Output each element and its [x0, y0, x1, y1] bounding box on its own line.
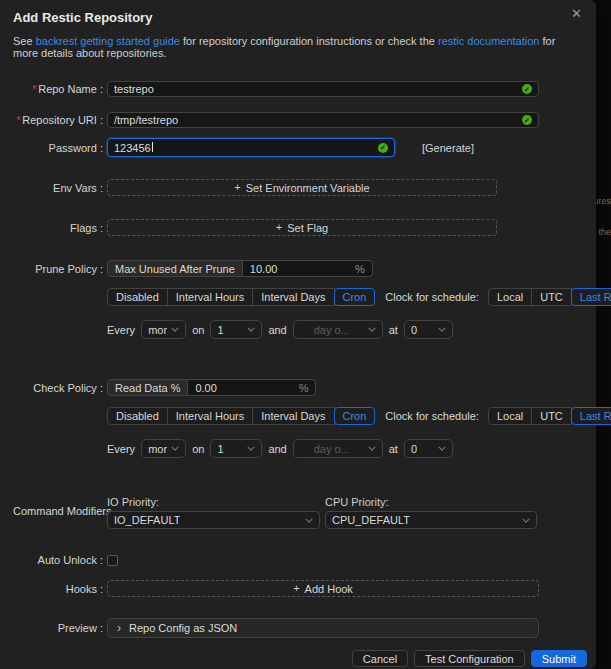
check-schedule-mode-row: Disabled Interval Hours Interval Days Cr… [13, 407, 596, 425]
prune-clock-label: Clock for schedule: [385, 291, 479, 303]
check-day-of-month-select[interactable]: 1 [210, 439, 262, 458]
prune-clock-group: Local UTC Last Run Time [488, 288, 611, 306]
check-mode-cron[interactable]: Cron [334, 407, 376, 425]
percent-suffix: % [355, 263, 365, 275]
chevron-down-icon [305, 518, 313, 523]
flags-label: Flags : [13, 222, 103, 234]
max-unused-input[interactable]: 10.00 % [243, 260, 373, 277]
chevron-down-icon [171, 446, 179, 451]
plus-icon: + [293, 583, 299, 594]
check-schedule-mode-group: Disabled Interval Hours Interval Days Cr… [107, 407, 375, 425]
repo-form: *Repo Name : testrepo ✓ *Repository URI … [0, 81, 596, 638]
percent-suffix: % [299, 382, 309, 394]
collapse-title: Repo Config as JSON [129, 622, 237, 634]
prune-schedule-mode-group: Disabled Interval Hours Interval Days Cr… [107, 288, 375, 306]
background-text-fragment: ures [593, 196, 611, 206]
at-label: at [389, 324, 398, 336]
background-text-fragment: the [598, 227, 611, 237]
check-day-of-week-select[interactable]: day o... [293, 439, 383, 458]
check-clock-last-run-time[interactable]: Last Run Time [571, 407, 611, 425]
preview-label: Preview : [13, 622, 103, 634]
password-row: Password : 123456 ✓ [Generate] [13, 138, 596, 157]
text-caret [152, 142, 153, 152]
repo-name-row: *Repo Name : testrepo ✓ [13, 81, 596, 97]
prune-day-of-week-select[interactable]: day o... [293, 320, 383, 339]
check-circle-icon: ✓ [378, 143, 388, 153]
prune-hour-select[interactable]: 0 [404, 320, 453, 339]
check-mode-disabled[interactable]: Disabled [107, 407, 168, 425]
backrest-guide-link[interactable]: backrest getting started guide [36, 35, 180, 47]
check-hour-select[interactable]: 0 [404, 439, 453, 458]
env-vars-label: Env Vars : [13, 182, 103, 194]
hooks-row: Hooks : + Add Hook [13, 580, 596, 597]
test-configuration-button[interactable]: Test Configuration [414, 650, 525, 667]
read-data-input[interactable]: 0.00 % [188, 379, 316, 396]
max-unused-after-prune-field: Max Unused After Prune 10.00 % [107, 260, 373, 277]
prune-mode-cron[interactable]: Cron [334, 288, 376, 306]
chevron-down-icon [438, 446, 446, 451]
repository-uri-row: *Repository URI : /tmp/testrepo ✓ [13, 112, 596, 128]
io-priority-select[interactable]: IO_DEFAULT [107, 511, 320, 529]
chevron-down-icon [368, 446, 376, 451]
add-hook-button[interactable]: + Add Hook [107, 580, 539, 597]
chevron-right-icon: › [117, 622, 121, 634]
check-period-select[interactable]: month [141, 439, 186, 458]
chevron-down-icon [368, 327, 376, 332]
chevron-down-icon [438, 327, 446, 332]
chevron-down-icon [522, 518, 530, 523]
modal-title: Add Restic Repository [0, 10, 596, 25]
check-cron-row: Every month on 1 and day o... at 0 [13, 439, 596, 458]
cpu-priority-label: CPU Priority: [325, 496, 537, 508]
close-icon[interactable]: ✕ [571, 7, 582, 20]
cancel-button[interactable]: Cancel [352, 650, 408, 667]
prune-policy-label: Prune Policy : [13, 263, 103, 275]
prune-policy-row: Prune Policy : Max Unused After Prune 10… [13, 260, 596, 277]
cpu-priority-select[interactable]: CPU_DEFAULT [325, 511, 537, 529]
set-flag-button[interactable]: + Set Flag [107, 219, 497, 236]
prune-clock-last-run-time[interactable]: Last Run Time [571, 288, 611, 306]
and-label: and [268, 443, 286, 455]
read-data-addon: Read Data % [107, 379, 188, 396]
check-clock-group: Local UTC Last Run Time [488, 407, 611, 425]
prune-mode-interval-hours[interactable]: Interval Hours [167, 288, 253, 306]
prune-mode-interval-days[interactable]: Interval Days [252, 288, 334, 306]
on-label: on [192, 324, 204, 336]
check-circle-icon: ✓ [522, 115, 532, 125]
auto-unlock-checkbox[interactable] [107, 555, 118, 566]
preview-row: Preview : › Repo Config as JSON [13, 618, 596, 638]
every-label: Every [107, 443, 135, 455]
generate-password-link[interactable]: [Generate] [422, 142, 474, 154]
repo-name-label: *Repo Name : [13, 83, 103, 95]
required-marker: * [32, 84, 36, 95]
check-mode-interval-hours[interactable]: Interval Hours [167, 407, 253, 425]
check-mode-interval-days[interactable]: Interval Days [252, 407, 334, 425]
flags-row: Flags : + Set Flag [13, 219, 596, 236]
submit-button[interactable]: Submit [531, 650, 587, 667]
repository-uri-value: /tmp/testrepo [114, 114, 522, 126]
check-policy-row: Check Policy : Read Data % 0.00 % [13, 379, 596, 396]
repo-config-json-collapse[interactable]: › Repo Config as JSON [107, 618, 539, 638]
repo-name-input[interactable]: testrepo ✓ [107, 81, 539, 97]
password-label: Password : [13, 142, 103, 154]
prune-period-select[interactable]: month [141, 320, 186, 339]
password-value: 123456 [114, 142, 378, 154]
auto-unlock-label: Auto Unlock : [13, 554, 103, 566]
plus-icon: + [234, 182, 240, 193]
prune-mode-disabled[interactable]: Disabled [107, 288, 168, 306]
set-environment-variable-button[interactable]: + Set Environment Variable [107, 179, 497, 196]
prune-clock-utc[interactable]: UTC [531, 288, 572, 306]
max-unused-addon: Max Unused After Prune [107, 260, 243, 277]
check-policy-label: Check Policy : [13, 382, 103, 394]
prune-schedule-mode-row: Disabled Interval Hours Interval Days Cr… [13, 288, 596, 306]
check-circle-icon: ✓ [522, 84, 532, 94]
password-input[interactable]: 123456 ✓ [107, 138, 395, 157]
restic-documentation-link[interactable]: restic documentation [438, 35, 540, 47]
hooks-label: Hooks : [13, 583, 103, 595]
prune-clock-local[interactable]: Local [488, 288, 532, 306]
check-clock-utc[interactable]: UTC [531, 407, 572, 425]
prune-day-of-month-select[interactable]: 1 [210, 320, 262, 339]
required-marker: * [16, 115, 20, 126]
check-clock-local[interactable]: Local [488, 407, 532, 425]
io-priority-label: IO Priority: [107, 496, 320, 508]
repository-uri-input[interactable]: /tmp/testrepo ✓ [107, 112, 539, 128]
